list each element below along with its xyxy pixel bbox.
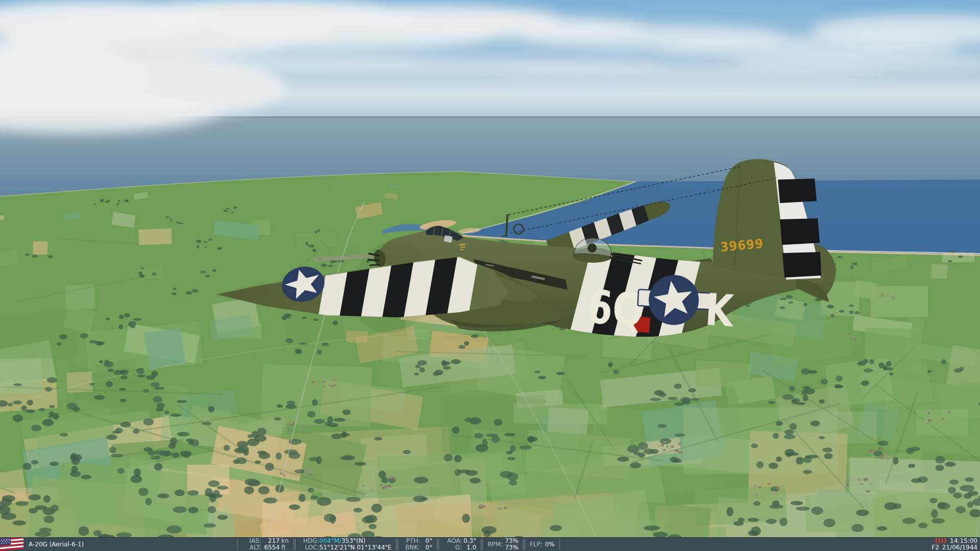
tree-cluster: [738, 518, 744, 522]
tree-cluster: [819, 436, 825, 440]
village-buildings: [670, 440, 671, 441]
flp-value: 0%: [545, 541, 555, 548]
tree-cluster: [861, 381, 869, 386]
tree-cluster: [97, 341, 105, 345]
tree-cluster: [748, 518, 759, 522]
village-buildings: [304, 472, 306, 474]
village-buildings: [846, 333, 848, 334]
tree-cluster: [43, 495, 51, 503]
tree-cluster: [877, 441, 889, 446]
tree-cluster: [138, 488, 149, 496]
tree-cluster: [458, 470, 471, 473]
tree-cluster: [310, 495, 318, 499]
tree-cluster: [811, 420, 820, 426]
tree-cluster: [258, 486, 270, 495]
village-buildings: [880, 455, 884, 457]
separator: [481, 539, 483, 550]
tree-cluster: [346, 497, 361, 502]
village-buildings: [755, 494, 758, 496]
tree-cluster: [938, 503, 950, 510]
tree-cluster: [779, 518, 788, 526]
nose-art-text: [460, 246, 465, 248]
pitch-bank-block: PTH:0° BNK:0°: [403, 538, 432, 551]
rpm-value-right: 73%: [505, 544, 519, 551]
tree-cluster: [812, 507, 823, 515]
tree-cluster: [81, 475, 92, 479]
tree-cluster: [414, 372, 419, 375]
tree-cluster: [504, 433, 516, 437]
tree-cluster: [317, 349, 322, 355]
village-buildings: [380, 484, 383, 486]
tree-cluster: [317, 497, 331, 506]
tree-cluster: [353, 508, 362, 512]
tree-cluster: [911, 479, 922, 483]
tree-cluster: [908, 464, 915, 468]
game-viewport[interactable]: 6Q K 39699: [0, 0, 980, 551]
tree-cluster: [119, 388, 126, 391]
field-patch: [65, 285, 95, 310]
tree-cluster: [854, 311, 859, 314]
tree-cluster: [830, 314, 834, 318]
tree-cluster: [124, 313, 130, 317]
tree-cluster: [47, 377, 58, 383]
tree-cluster: [148, 450, 156, 456]
village-buildings: [288, 422, 290, 424]
tree-cluster: [788, 453, 799, 456]
tree-cluster: [60, 433, 68, 436]
tree-cluster: [106, 318, 110, 320]
tree-cluster: [435, 370, 444, 375]
tree-cluster: [796, 457, 804, 465]
nose-gun: [370, 265, 380, 265]
tree-cluster: [276, 453, 282, 460]
village-buildings: [942, 418, 944, 420]
village-buildings: [334, 380, 336, 381]
tree-cluster: [21, 406, 27, 411]
nose-art-text: [460, 249, 463, 251]
tree-cluster: [674, 384, 681, 389]
village-buildings: [390, 486, 391, 487]
field-patch: [695, 360, 752, 388]
flaps-block: FLP: 0%: [530, 541, 555, 548]
village-buildings: [886, 458, 889, 460]
village-buildings: [864, 478, 868, 481]
tree-cluster: [108, 369, 114, 372]
tree-cluster: [929, 498, 938, 503]
tree-cluster: [48, 415, 60, 419]
tree-cluster: [507, 457, 516, 461]
tree-cluster: [753, 501, 761, 506]
tree-cluster: [130, 324, 135, 329]
tree-cluster: [864, 368, 873, 372]
village-buildings: [881, 295, 884, 297]
tree-cluster: [932, 518, 945, 523]
tree-cluster: [39, 408, 45, 412]
tree-cluster: [119, 398, 126, 402]
tree-cluster: [354, 462, 366, 466]
tree-cluster: [931, 509, 938, 518]
tree-cluster: [452, 427, 460, 434]
village-buildings: [866, 490, 870, 492]
external-view-scene: 6Q K 39699: [0, 0, 980, 551]
tree-cluster: [638, 442, 648, 450]
squadron-code: 6Q: [585, 280, 646, 337]
village-buildings: [382, 487, 384, 489]
village-buildings: [849, 477, 850, 480]
tree-cluster: [295, 469, 305, 473]
tree-cluster: [307, 411, 316, 417]
village-buildings: [658, 445, 659, 447]
tree-cluster: [878, 362, 885, 368]
tree-cluster: [918, 522, 927, 529]
village-buildings: [890, 296, 892, 297]
village-buildings: [331, 382, 334, 384]
village-buildings: [893, 456, 896, 458]
tree-cluster: [275, 417, 281, 420]
tree-cluster: [309, 457, 319, 461]
separator: [559, 539, 560, 550]
tree-cluster: [49, 411, 55, 416]
village-buildings: [301, 428, 304, 430]
tree-cluster: [322, 343, 329, 346]
tree-cluster: [44, 516, 55, 523]
tree-cluster: [173, 288, 177, 290]
tree-cluster: [802, 386, 811, 389]
village-buildings: [479, 506, 482, 509]
tree-cluster: [953, 492, 962, 498]
